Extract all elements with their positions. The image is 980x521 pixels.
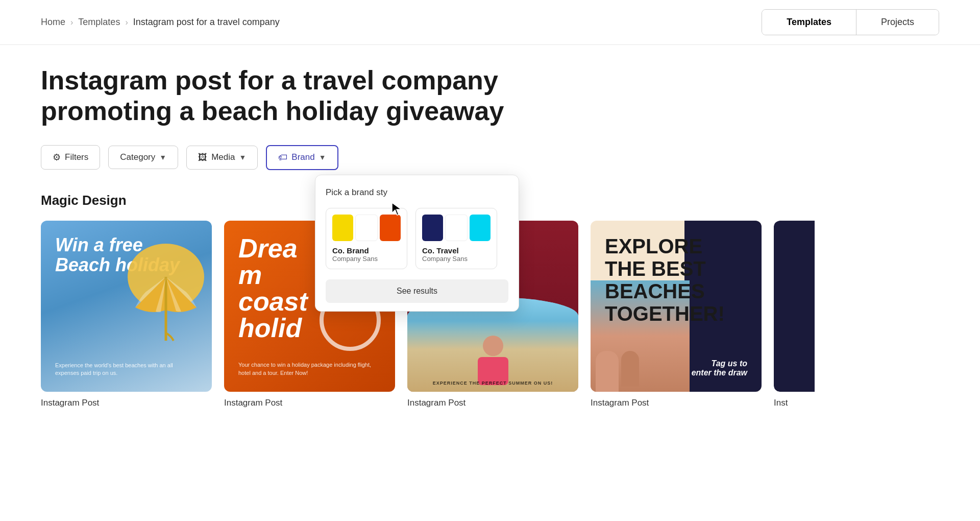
brand-font-1: Company Sans — [332, 255, 401, 263]
brand-dropdown: Pick a brand sty Co. Brand Company Sans — [315, 175, 519, 312]
filters-button[interactable]: ⚙ Filters — [41, 145, 100, 170]
breadcrumb-sep2: › — [125, 18, 128, 27]
brand-swatches-1 — [332, 215, 401, 241]
swatch-yellow — [332, 215, 353, 241]
card-5[interactable]: Inst — [774, 221, 815, 408]
brand-font-2: Company Sans — [422, 255, 491, 263]
category-button[interactable]: Category ▼ — [108, 146, 178, 169]
breadcrumb-sep1: › — [70, 18, 73, 27]
brand-chevron: ▼ — [319, 153, 326, 161]
card-1[interactable]: Win a free Beach holiday Experience the … — [41, 221, 212, 408]
breadcrumb-templates[interactable]: Templates — [78, 17, 120, 28]
card-label-4: Instagram Post — [591, 398, 762, 408]
filters-label: Filters — [65, 152, 88, 162]
media-button[interactable]: 🖼 Media ▼ — [186, 146, 258, 170]
swatch-navy — [422, 215, 443, 241]
category-chevron: ▼ — [159, 153, 166, 161]
card-label-1: Instagram Post — [41, 398, 212, 408]
brand-card-1[interactable]: Co. Brand Company Sans — [326, 208, 407, 269]
media-chevron: ▼ — [239, 153, 246, 161]
swatch-orange — [380, 215, 401, 241]
breadcrumb-home[interactable]: Home — [41, 17, 65, 28]
card-image-4: EXPLORE THE BEST BEACHES TOGETHER! Tag u… — [591, 221, 762, 392]
brand-name-1: Co. Brand — [332, 246, 401, 255]
filter-bar: ⚙ Filters Category ▼ 🖼 Media ▼ 🏷 Brand ▼… — [41, 145, 939, 170]
nav-button-group: Templates Projects — [762, 9, 939, 35]
card-label-3: Instagram Post — [407, 398, 578, 408]
swatch-cyan — [470, 215, 491, 241]
dropdown-title: Pick a brand sty — [326, 187, 508, 198]
filter-icon: ⚙ — [53, 152, 61, 163]
media-label: Media — [211, 152, 235, 162]
card1-subtitle: Experience the world's best beaches with… — [55, 362, 198, 377]
card4-title: EXPLORE THE BEST BEACHES TOGETHER! — [605, 235, 747, 325]
swatch-white — [355, 215, 377, 241]
swatch-white2 — [445, 215, 467, 241]
card-image-1: Win a free Beach holiday Experience the … — [41, 221, 212, 392]
brand-swatches-2 — [422, 215, 491, 241]
breadcrumb: Home › Templates › Instagram post for a … — [41, 17, 280, 28]
brand-card-2[interactable]: Co. Travel Company Sans — [415, 208, 497, 269]
card-label-5: Inst — [774, 398, 815, 408]
card2-subtitle: Your chance to win a holiday package inc… — [238, 361, 381, 377]
card-4[interactable]: EXPLORE THE BEST BEACHES TOGETHER! Tag u… — [591, 221, 762, 408]
main-content: Instagram post for a travel company prom… — [0, 45, 980, 429]
page-title: Instagram post for a travel company prom… — [41, 65, 526, 127]
brand-label: Brand — [291, 152, 314, 162]
brand-options: Co. Brand Company Sans Co. Travel Compan… — [326, 208, 508, 269]
umbrella-illustration — [125, 241, 207, 343]
card3-beach — [407, 297, 578, 391]
card4-tag: Tag us toenter the draw — [692, 359, 747, 377]
card-label-2: Instagram Post — [224, 398, 395, 408]
brand-icon: 🏷 — [278, 152, 287, 163]
projects-nav-button[interactable]: Projects — [856, 10, 939, 35]
card3-bottom-text: EXPERIENCE THE PERFECT SUMMER ON US! — [407, 381, 578, 386]
brand-name-2: Co. Travel — [422, 246, 491, 255]
templates-nav-button[interactable]: Templates — [762, 10, 856, 35]
see-results-button[interactable]: See results — [326, 279, 508, 303]
category-label: Category — [120, 152, 155, 162]
brand-button[interactable]: 🏷 Brand ▼ — [266, 145, 338, 170]
breadcrumb-current: Instagram post for a travel company — [133, 17, 280, 28]
card-image-5 — [774, 221, 815, 392]
top-nav: Home › Templates › Instagram post for a … — [0, 0, 980, 45]
media-icon: 🖼 — [198, 152, 207, 163]
